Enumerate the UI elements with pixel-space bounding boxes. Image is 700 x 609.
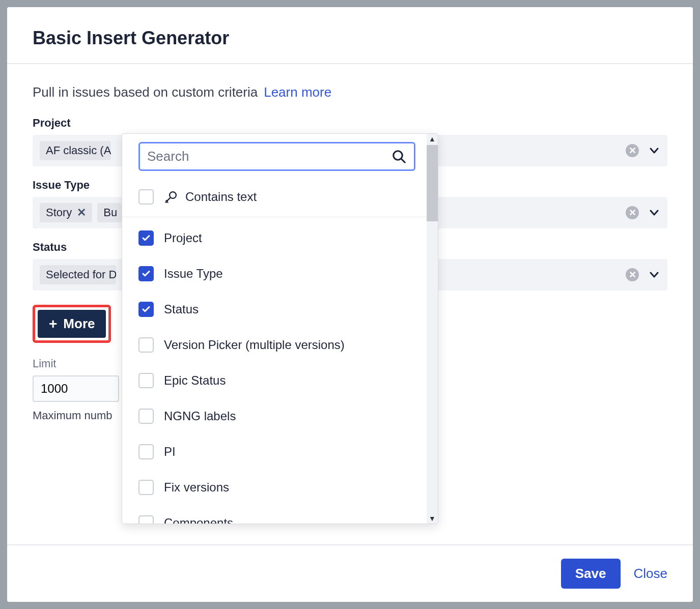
search-icon	[391, 149, 407, 164]
modal-title: Basic Insert Generator	[33, 27, 667, 49]
chip-remove-icon[interactable]: ✕	[77, 206, 86, 219]
option-label: Status	[164, 302, 199, 316]
more-button-label: More	[63, 316, 95, 332]
option-label: NGNG labels	[164, 409, 236, 423]
checkbox[interactable]	[138, 302, 154, 317]
option-label: PI	[164, 445, 176, 459]
option-ngng-labels[interactable]: NGNG labels	[133, 398, 427, 434]
project-label: Project	[33, 117, 667, 130]
svg-point-1	[170, 192, 176, 198]
scrollbar-track[interactable]: ▲ ▼	[427, 134, 438, 524]
option-label: Issue Type	[164, 267, 223, 281]
modal-dialog: Basic Insert Generator Pull in issues ba…	[7, 7, 693, 602]
checkbox[interactable]	[138, 230, 154, 246]
option-status[interactable]: Status	[133, 292, 427, 327]
modal-footer: Save Close	[7, 544, 693, 602]
limit-input[interactable]	[33, 375, 119, 402]
checkbox[interactable]	[138, 189, 154, 205]
option-label: Contains text	[185, 190, 257, 204]
option-label: Project	[164, 231, 202, 245]
intro-text: Pull in issues based on custom criteria	[33, 84, 258, 100]
scrollbar-thumb[interactable]	[427, 145, 438, 221]
close-button[interactable]: Close	[634, 566, 667, 582]
checkbox[interactable]	[138, 266, 154, 281]
issue-type-chip-bug[interactable]: Bu	[97, 203, 122, 222]
search-input[interactable]	[147, 149, 391, 164]
option-version-picker[interactable]: Version Picker (multiple versions)	[133, 327, 427, 363]
chip-label: Story	[46, 206, 72, 219]
checkbox[interactable]	[138, 480, 154, 495]
option-epic-status[interactable]: Epic Status	[133, 363, 427, 398]
option-label: Fix versions	[164, 480, 229, 495]
svg-point-0	[394, 151, 403, 160]
chevron-down-icon[interactable]	[648, 144, 660, 157]
save-button[interactable]: Save	[561, 559, 621, 589]
learn-more-link[interactable]: Learn more	[264, 84, 331, 100]
scroll-up-arrow-icon[interactable]: ▲	[429, 134, 436, 144]
checkbox[interactable]	[138, 515, 154, 524]
clear-icon[interactable]: ✕	[626, 144, 639, 157]
more-button[interactable]: + More	[38, 310, 106, 338]
option-contains-text[interactable]: a Contains text	[133, 179, 427, 215]
separator	[122, 217, 438, 217]
criteria-dropdown: ▲ ▼ a Contains text	[122, 133, 438, 524]
chevron-down-icon[interactable]	[648, 207, 660, 219]
option-label: Version Picker (multiple versions)	[164, 338, 345, 352]
option-issue-type[interactable]: Issue Type	[133, 256, 427, 292]
dropdown-content: a Contains text Project Issue Type	[122, 134, 438, 524]
option-label: Components	[164, 516, 233, 524]
checkbox[interactable]	[138, 444, 154, 459]
status-chip[interactable]: Selected for D	[40, 265, 116, 284]
project-chip[interactable]: AF classic (AC	[40, 141, 111, 160]
svg-text:a: a	[165, 197, 169, 204]
chevron-down-icon[interactable]	[648, 269, 660, 281]
plus-icon: +	[49, 317, 57, 331]
intro-row: Pull in issues based on custom criteria …	[33, 84, 667, 100]
option-pi[interactable]: PI	[133, 434, 427, 470]
contains-text-icon: a	[164, 190, 178, 204]
option-fix-versions[interactable]: Fix versions	[133, 470, 427, 505]
clear-icon[interactable]: ✕	[626, 206, 639, 219]
option-label: Epic Status	[164, 373, 226, 388]
clear-icon[interactable]: ✕	[626, 268, 639, 281]
scroll-down-arrow-icon[interactable]: ▼	[429, 513, 436, 524]
option-project[interactable]: Project	[133, 220, 427, 256]
dropdown-search-wrap	[138, 142, 415, 171]
issue-type-chip-story[interactable]: Story ✕	[40, 203, 92, 222]
more-button-highlight: + More	[33, 305, 111, 343]
checkbox[interactable]	[138, 373, 154, 388]
modal-header: Basic Insert Generator	[7, 7, 693, 64]
option-components[interactable]: Components	[133, 505, 427, 524]
checkbox[interactable]	[138, 409, 154, 424]
checkbox[interactable]	[138, 337, 154, 353]
